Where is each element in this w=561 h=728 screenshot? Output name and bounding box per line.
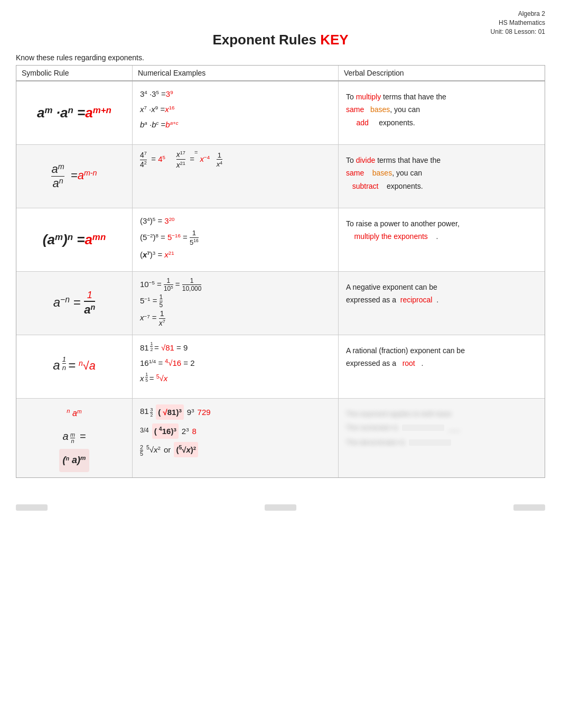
verbal-content-rational-mn: The exponent applies to both base The nu… (346, 404, 460, 454)
symbolic-formula-rational-mn: n am a m n = (n a)m (59, 404, 89, 472)
verbal-line-n1: A negative exponent can be (346, 281, 438, 293)
row-product-rule: am ·an =am+n 34 ·35 =39 x7 ·x9 =x16 ba ·… (16, 81, 545, 145)
cell-verbal-product: To multiply terms that have the same bas… (339, 81, 545, 144)
col-header-numerical: Numerical Examples (133, 66, 339, 80)
blurred-line-3: The denominator is (346, 437, 460, 448)
footer-dot-left (16, 504, 48, 511)
verbal-line-r1: A rational (fraction) exponent can be (346, 345, 465, 356)
cell-symbolic-quotient: am an =am-n (16, 145, 133, 208)
cell-verbal-rational: A rational (fraction) exponent can be ex… (339, 335, 545, 398)
row-power-rule: (am)n =amn (34)5 = 320 (5−2)8 = 5−16 = 1… (16, 208, 545, 272)
verbal-line-q2: same bases, you can (346, 167, 441, 179)
cell-numerical-power: (34)5 = 320 (5−2)8 = 5−16 = 1 516 (x7)3 … (133, 208, 339, 271)
mn-num-line-2: 3/4 ( 416)3 23 8 (140, 423, 197, 439)
symbolic-formula-rational: a 1 n = n√a (53, 358, 95, 375)
cell-numerical-rational-mn: 81 3 2 ( √81)3 93 729 3/4 ( 416) (133, 399, 339, 477)
table-header: Symbolic Rule Numerical Examples Verbal … (16, 66, 545, 81)
verbal-line-r2: expressed as a root . (346, 357, 465, 369)
cell-symbolic-rational: a 1 n = n√a (16, 335, 133, 398)
verbal-line-p1: To raise a power to another power, (346, 218, 460, 229)
footer-dot-center (265, 504, 296, 511)
cell-symbolic-power: (am)n =amn (16, 208, 133, 271)
numerical-examples-product: 34 ·35 =39 x7 ·x9 =x16 ba ·bc =ba+c (140, 87, 179, 132)
verbal-content-quotient: To divide terms that have the same bases… (346, 150, 441, 196)
num-line-2: x7 ·x9 =x16 (140, 102, 175, 116)
verbal-line-3: add exponents. (346, 117, 446, 128)
verbal-line-n2: expressed as a reciprocal . (346, 294, 438, 306)
mn-num-line-3: 2 5 5√x2 or (5√x)2 (140, 442, 198, 457)
verbal-content-product: To multiply terms that have the same bas… (346, 87, 446, 133)
cell-symbolic-negative: a−n = 1 an (16, 272, 133, 335)
pow-num-line-2: (5−2)8 = 5−16 = 1 516 (140, 229, 199, 246)
footer (16, 499, 545, 511)
num-line-1: 34 ·35 =39 (140, 87, 173, 101)
rat-num-line-2: 161/4 = 4√16 = 2 (140, 356, 195, 370)
numerical-examples-quotient: 47 42 = 45 x17 x21 == x−4 1 x4 (140, 150, 222, 170)
row-rational-exponent: a 1 n = n√a 81 1 2 (16, 335, 545, 399)
row-quotient-rule: am an =am-n 47 42 = 45 x17 (16, 145, 545, 208)
mn-num-line-1: 81 3 2 ( √81)3 93 729 (140, 404, 211, 420)
verbal-line-q1: To divide terms that have the (346, 154, 441, 166)
cell-verbal-power: To raise a power to another power, multi… (339, 208, 545, 271)
num-line-3: ba ·bc =ba+c (140, 117, 179, 132)
col-header-symbolic: Symbolic Rule (16, 66, 133, 80)
numerical-examples-power: (34)5 = 320 (5−2)8 = 5−16 = 1 516 (x7)3 … (140, 214, 199, 262)
page-title: Exponent Rules KEY (0, 32, 561, 48)
cell-symbolic-rational-mn: n am a m n = (n a)m (16, 399, 133, 477)
neg-num-line-2: 5−1 = 1 5 (140, 293, 163, 309)
quot-num-line-1: 47 42 = 45 x17 x21 == x−4 1 x4 (140, 150, 222, 170)
verbal-content-rational: A rational (fraction) exponent can be ex… (346, 340, 465, 374)
verbal-line-q3: subtract exponents. (346, 180, 441, 192)
title-text: Exponent Rules (212, 32, 316, 48)
symbolic-formula-quotient: am an =am-n (51, 162, 97, 190)
neg-num-line-3: x−7 = 1 x7 (140, 310, 165, 327)
title-key: KEY (320, 32, 348, 48)
blurred-line-2: The numerator is ___ (346, 422, 460, 434)
page-header: Algebra 2 HS Mathematics Unit: 08 Lesson… (491, 10, 545, 36)
rat-num-line-1: 81 1 2 = √81 = 9 (140, 340, 188, 355)
row-negative-exponent: a−n = 1 an 10−5 = 1 105 = (16, 272, 545, 335)
header-line2: HS Mathematics (491, 19, 545, 27)
pow-num-line-3: (x7)3 = x21 (140, 247, 174, 262)
cell-verbal-rational-mn: The exponent applies to both base The nu… (339, 399, 545, 477)
pow-num-line-1: (34)5 = 320 (140, 214, 175, 228)
cell-numerical-product: 34 ·35 =39 x7 ·x9 =x16 ba ·bc =ba+c (133, 81, 339, 144)
verbal-content-power: To raise a power to another power, multi… (346, 214, 460, 247)
symbolic-formula-negative: a−n = 1 an (53, 290, 96, 317)
col-header-verbal: Verbal Description (339, 66, 545, 80)
cell-symbolic-product: am ·an =am+n (16, 81, 133, 144)
verbal-line-1: To multiply terms that have the (346, 91, 446, 103)
cell-numerical-rational: 81 1 2 = √81 = 9 161/4 = 4√16 = 2 x (133, 335, 339, 398)
blurred-line-1: The exponent applies to both base (346, 408, 460, 420)
numerical-examples-rational: 81 1 2 = √81 = 9 161/4 = 4√16 = 2 x (140, 340, 195, 385)
verbal-line-p2: multiply the exponents . (346, 231, 460, 242)
cell-numerical-negative: 10−5 = 1 105 = 1 10,000 5−1 = 1 5 (133, 272, 339, 335)
exponent-rules-table: Symbolic Rule Numerical Examples Verbal … (16, 65, 545, 478)
cell-verbal-quotient: To divide terms that have the same bases… (339, 145, 545, 208)
header-line3: Unit: 08 Lesson: 01 (491, 27, 545, 36)
rat-num-line-3: x 1 5 = 5√x (140, 371, 167, 385)
neg-num-line-1: 10−5 = 1 105 = 1 10,000 (140, 277, 201, 292)
cell-verbal-negative: A negative exponent can be expressed as … (339, 272, 545, 335)
verbal-content-negative: A negative exponent can be expressed as … (346, 277, 438, 310)
header-line1: Algebra 2 (491, 10, 545, 19)
numerical-examples-rational-mn: 81 3 2 ( √81)3 93 729 3/4 ( 416) (140, 404, 211, 457)
verbal-line-2: same bases, you can (346, 104, 446, 115)
symbolic-formula-product: am ·an =am+n (37, 105, 111, 121)
intro-text: Know these rules regarding exponents. (16, 53, 561, 62)
row-rational-mn: n am a m n = (n a)m (16, 399, 545, 477)
symbolic-formula-power: (am)n =amn (43, 232, 106, 248)
numerical-examples-negative: 10−5 = 1 105 = 1 10,000 5−1 = 1 5 (140, 277, 201, 327)
cell-numerical-quotient: 47 42 = 45 x17 x21 == x−4 1 x4 (133, 145, 339, 208)
footer-dot-right (513, 504, 545, 511)
